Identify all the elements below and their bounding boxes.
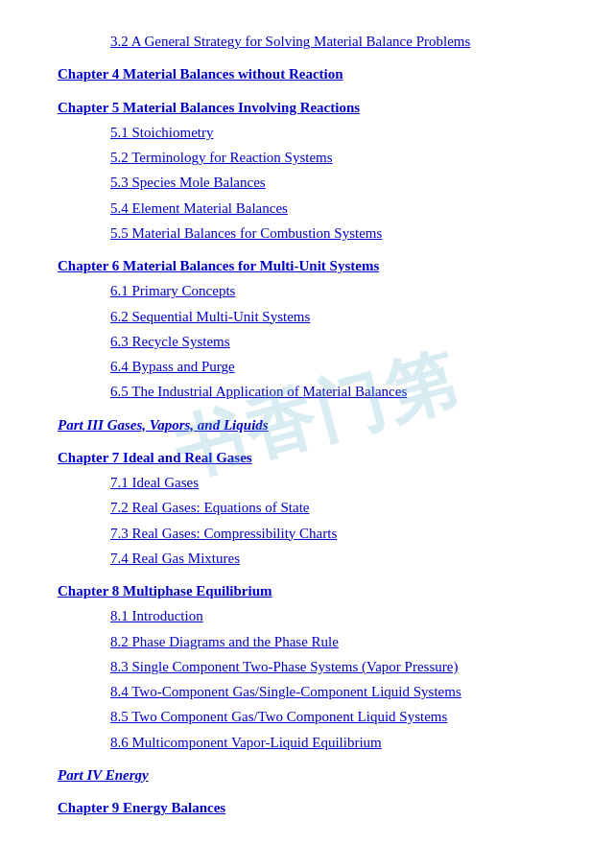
toc-entry: Part III Gases, Vapors, and Liquids [58, 412, 576, 437]
toc-link[interactable]: 6.2 Sequential Multi-Unit Systems [110, 309, 310, 324]
toc-entry: 5.2 Terminology for Reaction Systems [110, 145, 576, 170]
toc-link[interactable]: 3.2 A General Strategy for Solving Mater… [110, 34, 470, 49]
toc-entry: Chapter 4 Material Balances without Reac… [58, 61, 576, 86]
toc-entry: 7.1 Ideal Gases [110, 470, 576, 495]
toc-link[interactable]: 8.5 Two Component Gas/Two Component Liqu… [110, 709, 447, 724]
toc-entry: 5.1 Stoichiometry [110, 120, 576, 145]
toc-entry: 8.1 Introduction [110, 603, 576, 628]
toc-entry: Chapter 8 Multiphase Equilibrium [58, 578, 576, 603]
toc-link[interactable]: Chapter 6 Material Balances for Multi-Un… [58, 258, 379, 273]
toc-link[interactable]: Chapter 5 Material Balances Involving Re… [58, 100, 360, 115]
toc-link[interactable]: Chapter 4 Material Balances without Reac… [58, 66, 343, 82]
toc-link[interactable]: 5.4 Element Material Balances [110, 200, 288, 216]
toc-link[interactable]: 6.4 Bypass and Purge [110, 359, 235, 374]
toc-link[interactable]: 7.2 Real Gases: Equations of State [110, 500, 309, 515]
toc-entry: 6.1 Primary Concepts [110, 278, 576, 303]
toc-entry: 8.3 Single Component Two-Phase Systems (… [110, 654, 576, 679]
toc-link[interactable]: 5.3 Species Mole Balances [110, 175, 266, 190]
toc-link[interactable]: 5.1 Stoichiometry [110, 125, 214, 140]
toc-entry: 8.4 Two-Component Gas/Single-Component L… [110, 679, 576, 704]
toc-link[interactable]: 8.1 Introduction [110, 608, 203, 623]
toc-link[interactable]: 8.3 Single Component Two-Phase Systems (… [110, 659, 458, 674]
toc-entry: 3.2 A General Strategy for Solving Mater… [110, 29, 576, 54]
toc-entry: 7.3 Real Gases: Compressibility Charts [110, 521, 576, 546]
toc-entry: 6.4 Bypass and Purge [110, 354, 576, 379]
toc-link[interactable]: Chapter 9 Energy Balances [58, 800, 225, 815]
toc-entry: Chapter 6 Material Balances for Multi-Un… [58, 253, 576, 278]
toc-link[interactable]: 8.4 Two-Component Gas/Single-Component L… [110, 684, 461, 699]
toc-link[interactable]: Chapter 8 Multiphase Equilibrium [58, 583, 272, 598]
toc-entry: 8.5 Two Component Gas/Two Component Liqu… [110, 704, 576, 729]
toc-link[interactable]: 6.1 Primary Concepts [110, 283, 235, 298]
toc-entry: 8.6 Multicomponent Vapor-Liquid Equilibr… [110, 730, 576, 755]
toc-container: 书香门第 3.2 A General Strategy for Solving … [58, 29, 576, 820]
toc-entry: Part IV Energy [58, 762, 576, 787]
toc-link[interactable]: Part III Gases, Vapors, and Liquids [58, 417, 269, 433]
toc-entry: 5.4 Element Material Balances [110, 196, 576, 221]
toc-link[interactable]: 6.5 The Industrial Application of Materi… [110, 384, 407, 399]
toc-link[interactable]: 8.2 Phase Diagrams and the Phase Rule [110, 634, 339, 649]
toc-list: 3.2 A General Strategy for Solving Mater… [58, 29, 576, 820]
toc-entry: 6.3 Recycle Systems [110, 329, 576, 354]
toc-entry: 6.2 Sequential Multi-Unit Systems [110, 304, 576, 329]
toc-link[interactable]: 7.4 Real Gas Mixtures [110, 551, 240, 566]
toc-entry: 6.5 The Industrial Application of Materi… [110, 379, 576, 404]
toc-entry: 5.5 Material Balances for Combustion Sys… [110, 221, 576, 246]
toc-link[interactable]: Chapter 7 Ideal and Real Gases [58, 450, 252, 465]
toc-link[interactable]: 8.6 Multicomponent Vapor-Liquid Equilibr… [110, 735, 382, 750]
toc-entry: Chapter 5 Material Balances Involving Re… [58, 95, 576, 120]
toc-link[interactable]: 7.3 Real Gases: Compressibility Charts [110, 526, 337, 541]
toc-entry: 8.2 Phase Diagrams and the Phase Rule [110, 629, 576, 654]
toc-entry: 7.2 Real Gases: Equations of State [110, 495, 576, 520]
toc-entry: 5.3 Species Mole Balances [110, 170, 576, 195]
toc-link[interactable]: 7.1 Ideal Gases [110, 475, 199, 490]
toc-entry: Chapter 7 Ideal and Real Gases [58, 445, 576, 470]
toc-link[interactable]: 6.3 Recycle Systems [110, 334, 230, 349]
toc-link[interactable]: 5.2 Terminology for Reaction Systems [110, 150, 333, 165]
toc-link[interactable]: 5.5 Material Balances for Combustion Sys… [110, 225, 382, 241]
toc-entry: 7.4 Real Gas Mixtures [110, 546, 576, 571]
toc-link[interactable]: Part IV Energy [58, 767, 149, 783]
toc-entry: Chapter 9 Energy Balances [58, 795, 576, 820]
